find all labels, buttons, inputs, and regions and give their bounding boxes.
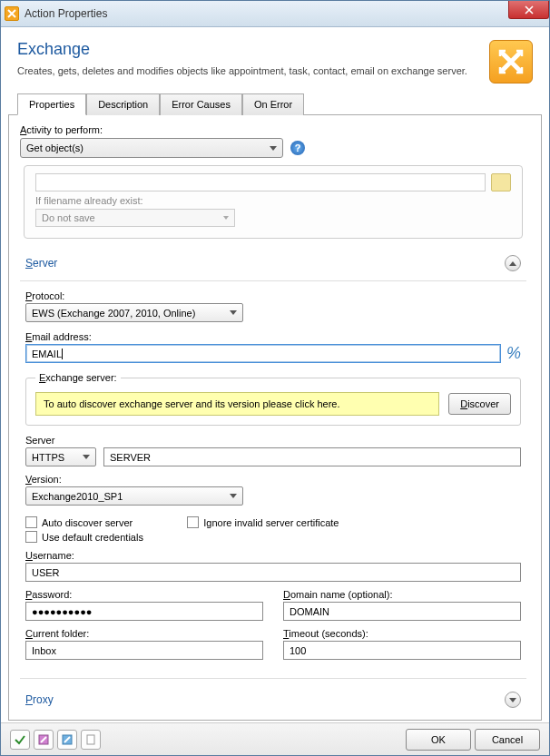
chevron-up-icon <box>509 261 516 266</box>
email-label: Email address: <box>25 331 521 342</box>
exchange-logo-icon <box>489 40 533 83</box>
domain-label: Domain name (optional): <box>283 589 521 600</box>
ignore-cert-checkbox[interactable]: Ignore invalid server certificate <box>187 516 339 528</box>
cancel-button[interactable]: Cancel <box>475 729 540 751</box>
window-title: Action Properties <box>25 7 107 20</box>
version-dropdown[interactable]: Exchange2010_SP1 <box>25 486 243 506</box>
proxy-section-header[interactable]: Proxy <box>20 688 526 712</box>
tab-on-error[interactable]: On Error <box>242 93 304 115</box>
protocol-dropdown[interactable]: EWS (Exchange 2007, 2010, Online) <box>25 303 243 322</box>
filename-input-disabled <box>35 173 486 191</box>
chevron-down-icon <box>509 698 516 702</box>
protocol-label: Protocol: <box>25 290 521 301</box>
timeout-label: Timeout (seconds): <box>283 628 521 639</box>
browse-button[interactable] <box>491 173 511 191</box>
variable-picker-icon[interactable]: % <box>506 344 521 363</box>
footer: OK Cancel <box>1 722 549 755</box>
app-icon <box>5 6 19 21</box>
svg-rect-2 <box>87 735 94 744</box>
tab-error-causes[interactable]: Error Causes <box>160 93 242 115</box>
discover-note: To auto discover exchange server and its… <box>35 392 439 416</box>
folder-input[interactable]: Inbox <box>25 641 263 660</box>
exchange-legend: Exchange server: <box>35 372 121 383</box>
folder-label: Current folder: <box>25 628 263 639</box>
tab-description[interactable]: Description <box>86 93 160 115</box>
tab-content: Activity to perform: Get object(s) ? If … <box>8 115 542 721</box>
server-section-title: Server <box>25 257 57 270</box>
password-label: Password: <box>25 589 263 600</box>
page-title: Exchange <box>17 40 480 59</box>
header: Exchange Creates, gets, deletes and modi… <box>1 27 549 93</box>
auto-discover-checkbox[interactable]: Auto discover server <box>25 516 133 528</box>
filename-exist-dropdown: Do not save <box>35 209 235 227</box>
divider <box>20 280 526 281</box>
server-section-body: Protocol: EWS (Exchange 2007, 2010, Onli… <box>20 290 526 674</box>
tab-properties[interactable]: Properties <box>17 93 86 115</box>
page-description: Creates, gets, deletes and modifies obje… <box>17 64 480 77</box>
password-input[interactable]: ●●●●●●●●●● <box>25 602 263 621</box>
chevron-down-icon <box>230 310 237 315</box>
activity-dropdown[interactable]: Get object(s) <box>20 138 283 158</box>
server-section-header[interactable]: Server <box>20 251 526 275</box>
chevron-down-icon <box>223 216 229 220</box>
chevron-down-icon <box>83 455 90 459</box>
tool1-icon-button[interactable] <box>34 730 54 750</box>
scroll-area[interactable]: If filename already exist: Do not save S… <box>20 165 530 720</box>
tool2-icon-button[interactable] <box>57 730 77 750</box>
server-label: Server <box>25 435 96 446</box>
filename-exist-label: If filename already exist: <box>35 195 511 206</box>
chevron-down-icon <box>230 494 237 498</box>
dialog-window: Action Properties Exchange Creates, gets… <box>0 0 550 756</box>
activity-label: Activity to perform: <box>20 124 530 135</box>
discover-button[interactable]: Discover <box>448 393 511 415</box>
expand-button[interactable] <box>505 692 521 708</box>
collapse-button[interactable] <box>505 255 521 271</box>
divider <box>20 678 526 679</box>
domain-input[interactable]: DOMAIN <box>283 602 521 621</box>
username-input[interactable]: USER <box>25 563 521 582</box>
version-label: Version: <box>25 474 521 485</box>
timeout-input[interactable]: 100 <box>283 641 521 660</box>
use-default-creds-checkbox[interactable]: Use default credentials <box>25 531 143 543</box>
close-button[interactable] <box>508 1 549 19</box>
email-input[interactable]: EMAIL <box>25 344 501 363</box>
server-protocol-dropdown[interactable]: HTTPS <box>25 447 96 466</box>
output-group: If filename already exist: Do not save <box>24 165 523 239</box>
help-icon[interactable]: ? <box>290 141 305 155</box>
exchange-server-group: Exchange server: To auto discover exchan… <box>25 372 521 426</box>
username-label: Username: <box>25 550 521 561</box>
server-host-input[interactable]: SERVER <box>103 447 521 466</box>
tabstrip: Properties Description Error Causes On E… <box>8 93 542 115</box>
apply-icon-button[interactable] <box>10 730 30 750</box>
new-icon-button[interactable] <box>81 730 101 750</box>
chevron-down-icon <box>270 146 277 151</box>
activity-value: Get object(s) <box>26 142 83 153</box>
titlebar[interactable]: Action Properties <box>1 1 549 27</box>
ok-button[interactable]: OK <box>406 729 471 751</box>
proxy-section-title: Proxy <box>25 693 54 706</box>
